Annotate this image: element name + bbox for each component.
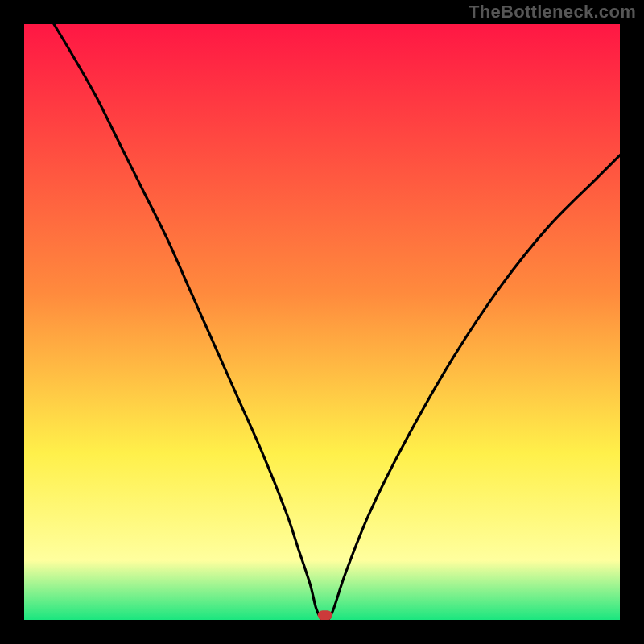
watermark-label: TheBottleneck.com [469, 2, 636, 23]
chart-frame: { "watermark": "TheBottleneck.com", "col… [0, 0, 644, 644]
optimal-marker [318, 610, 332, 620]
gradient-background [24, 24, 620, 620]
bottleneck-chart [0, 0, 644, 644]
